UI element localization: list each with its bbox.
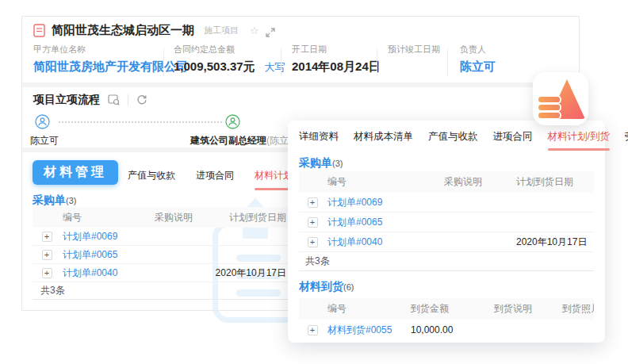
field-party-a: 甲方单位名称 简阳世茂房地产开发有限公司	[33, 44, 188, 75]
approval-timeline: 陈立可 建筑公司副总经理(陈立可)	[22, 113, 308, 147]
field-label: 预计竣工日期	[388, 44, 440, 56]
table-header: 编号 采购说明 计划到货日期	[299, 171, 594, 193]
field-contract-amount: 合同约定总金额 1,009,503.37元大写	[174, 44, 285, 75]
material-arrival-table: 编号 到货金额 到货说明 到货照片 + 材料到货#0055 10,000.00	[299, 298, 594, 340]
favorite-star-icon[interactable]: ☆	[250, 25, 259, 36]
icon-divider	[128, 94, 128, 105]
row-count: 共3条	[40, 284, 65, 297]
project-type-tag: 施工项目	[204, 25, 239, 36]
purchase-orders-title: 采购单	[33, 193, 66, 206]
purchase-order-link[interactable]: 计划单#0069	[61, 230, 136, 243]
material-arrival-heading: 材料到货(6)	[299, 279, 354, 294]
timeline-connector	[59, 121, 222, 123]
expand-icon[interactable]	[266, 26, 275, 36]
tab-material-cost-list[interactable]: 材料成本清单	[354, 130, 413, 151]
col-id: 编号	[326, 175, 412, 189]
app-logo-badge	[533, 72, 588, 125]
tab-labor-workers[interactable]: 劳务工人	[625, 130, 628, 151]
col-desc: 采购说明	[136, 211, 212, 224]
table-row: + 计划单#0065	[299, 213, 594, 232]
uppercase-link[interactable]: 大写	[265, 61, 285, 73]
start-date-value: 2014年08月24日	[292, 59, 381, 73]
field-label: 甲方单位名称	[33, 44, 188, 56]
expand-row-button[interactable]: +	[308, 217, 318, 228]
purchase-order-link[interactable]: 计划单#0065	[61, 248, 136, 262]
contract-amount-value: 1,009,503.37元	[174, 59, 255, 73]
purchase-order-link[interactable]: 计划单#0065	[326, 216, 412, 229]
col-date: 计划到货日期	[212, 211, 288, 224]
planned-date: 2020年10月17日	[515, 236, 594, 249]
purchase-order-link[interactable]: 计划单#0040	[61, 266, 136, 280]
field-completion-date: 预计竣工日期	[388, 44, 440, 59]
step-role: 建筑公司副总经理	[190, 135, 266, 146]
col-desc: 采购说明	[412, 175, 515, 189]
table-footer: 共3条	[299, 252, 594, 271]
expand-row-button[interactable]: +	[308, 325, 318, 335]
purchase-orders-table: 编号 采购说明 计划到货日期 + 计划单#0069 + 计划单#0065 + 计…	[33, 207, 288, 300]
tab-output-and-receipts[interactable]: 产值与收款	[128, 169, 175, 190]
approver-avatar-icon	[35, 114, 50, 129]
field-divider	[281, 48, 281, 77]
col-photo: 到货照片	[561, 302, 594, 316]
logo-bar	[538, 105, 560, 110]
purchase-orders-table: 编号 采购说明 计划到货日期 + 计划单#0069 + 计划单#0065 + 计…	[299, 171, 594, 271]
material-management-button[interactable]: 材料管理	[33, 160, 118, 185]
purchase-orders-count: (3)	[66, 196, 76, 205]
refresh-icon[interactable]	[136, 94, 148, 105]
field-owner: 负责人 陈立可	[460, 44, 496, 75]
panel-tab-bar: 详细资料 材料成本清单 产值与收款 进项合同 材料计划/到货 劳务工人	[299, 130, 628, 151]
planned-date: 2020年10月17日	[212, 266, 288, 280]
col-amount: 到货金额	[409, 302, 492, 316]
purchase-order-link[interactable]: 计划单#0040	[326, 236, 412, 249]
purchase-orders-title: 采购单	[299, 156, 332, 169]
process-title: 项目立项流程	[33, 93, 100, 107]
project-title: 简阳世茂生态城启动区一期	[52, 23, 194, 38]
table-row: + 计划单#0040 2020年10月17日	[299, 232, 594, 252]
field-divider	[163, 48, 164, 77]
table-header: 编号 到货金额 到货说明 到货照片	[299, 298, 594, 320]
table-footer: 共3条	[33, 282, 288, 300]
col-date: 计划到货日期	[515, 175, 594, 189]
tab-output-and-receipts[interactable]: 产值与收款	[428, 130, 478, 151]
tab-material-plan-arrival[interactable]: 材料计划/到货	[548, 130, 610, 151]
project-document-icon	[33, 24, 45, 37]
col-id: 编号	[61, 211, 136, 224]
row-count: 共3条	[305, 255, 330, 268]
material-arrival-link[interactable]: 材料到货#0055	[326, 324, 409, 337]
project-fields: 甲方单位名称 简阳世茂房地产开发有限公司 合同约定总金额 1,009,503.3…	[22, 44, 579, 82]
tab-incoming-contracts[interactable]: 进项合同	[493, 130, 533, 151]
table-row: + 计划单#0069	[33, 228, 288, 246]
expand-row-button[interactable]: +	[42, 232, 52, 242]
table-row: + 计划单#0040 2020年10月17日	[33, 264, 288, 282]
field-label: 合同约定总金额	[174, 44, 285, 56]
logo-bar	[538, 113, 560, 118]
purchase-orders-count: (3)	[332, 159, 343, 168]
flow-preview-icon[interactable]	[108, 94, 120, 105]
expand-row-button[interactable]: +	[308, 237, 318, 247]
table-row: + 计划单#0065	[33, 246, 288, 264]
manager-avatar-icon	[225, 114, 240, 129]
table-row: + 材料到货#0055 10,000.00	[299, 320, 594, 340]
tab-incoming-contracts[interactable]: 进项合同	[196, 169, 234, 190]
app-window: 简阳世茂生态城启动区一期 施工项目 ☆ 甲方单位名称 简阳世茂房地产开发有限公司…	[0, 0, 628, 364]
field-divider	[447, 48, 448, 77]
purchase-order-link[interactable]: 计划单#0069	[326, 196, 412, 209]
material-arrival-count: (6)	[343, 282, 354, 292]
expand-row-button[interactable]: +	[42, 268, 52, 278]
field-start-date: 开工日期 2014年08月24日	[292, 44, 381, 75]
process-header: 项目立项流程	[33, 93, 148, 107]
section-divider	[22, 82, 579, 87]
tab-detail-info[interactable]: 详细资料	[299, 130, 339, 151]
timeline-step-name: 陈立可	[30, 134, 59, 148]
purchase-orders-heading: 采购单(3)	[33, 193, 76, 208]
table-header: 编号 采购说明 计划到货日期	[33, 207, 288, 228]
timeline-step-name: 建筑公司副总经理(陈立可)	[190, 134, 301, 148]
expand-row-button[interactable]: +	[308, 197, 318, 208]
owner-link[interactable]: 陈立可	[460, 59, 496, 73]
col-desc: 到货说明	[492, 302, 561, 316]
detail-overlay-panel: 详细资料 材料成本清单 产值与收款 进项合同 材料计划/到货 劳务工人 采购单(…	[288, 121, 605, 343]
expand-row-button[interactable]: +	[42, 250, 52, 260]
party-a-link[interactable]: 简阳世茂房地产开发有限公司	[33, 59, 188, 73]
field-divider	[377, 48, 377, 77]
arrival-amount: 10,000.00	[409, 324, 492, 335]
